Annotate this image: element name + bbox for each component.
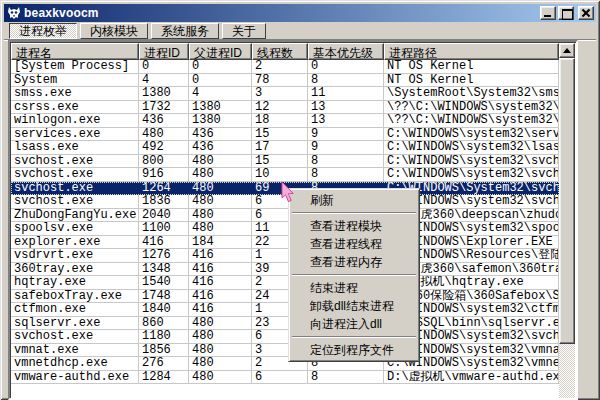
cell-ppid: 1380 [189,114,252,128]
column-header-priority[interactable]: 基本优先级 [308,43,384,60]
cell-pid: 276 [139,357,189,371]
menu-item[interactable]: 查看进程模块 [290,217,418,235]
table-row[interactable]: hqtray.exe154041628D:\虚拟机\hqtray.exe [11,276,559,290]
menu-item[interactable]: 卸载dll结束进程 [290,297,418,315]
cell-ppid: 480 [189,168,252,182]
cell-ppid: 416 [189,263,252,277]
column-header-threads[interactable]: 线程数 [252,43,308,60]
table-row[interactable]: csrss.exe173213801213\??\C:\WINDOWS\syst… [11,101,559,115]
cell-threads: 12 [252,101,308,115]
close-button[interactable] [578,6,594,20]
scroll-up-arrow-icon[interactable] [559,43,575,58]
cell-name: svchost.exe [11,182,139,196]
cell-name: svchost.exe [11,330,139,344]
table-row[interactable]: explorer.exe416184228C:\WINDOWS\Explorer… [11,236,559,250]
menu-item[interactable]: 查看进程内存 [290,253,418,271]
cell-priority: 8 [308,168,384,182]
menu-item[interactable]: 查看进程线程 [290,235,418,253]
cell-pid: 1540 [139,276,189,290]
cell-ppid: 480 [189,371,252,385]
menu-item[interactable]: 结束进程 [290,279,418,297]
cell-pid: 916 [139,168,189,182]
table-row[interactable]: winlogon.exe43613801813\??\C:\WINDOWS\sy… [11,114,559,128]
cell-ppid: 0 [189,74,252,88]
cell-path: C:\WINDOWS\system32\lsass.exe [384,141,559,155]
cell-name: svchost.exe [11,168,139,182]
table-row[interactable]: safeboxTray.exe1748416248C:\360保险箱\360Sa… [11,290,559,304]
table-row[interactable]: svchost.exe916480108C:\WINDOWS\system32\… [11,168,559,182]
window-title: beaxkvoocm [24,6,540,20]
cell-path: C:\WINDOWS\system32\services.exe [384,128,559,142]
cell-ppid: 416 [189,249,252,263]
table-row[interactable]: vsdrvrt.exe127641618C:\WINDOWS\Resources… [11,249,559,263]
table-row[interactable]: [System Process]0020NT OS Kernel [11,60,559,74]
cell-ppid: 480 [189,357,252,371]
cell-threads: 78 [252,74,308,88]
menu-item[interactable]: 向进程注入dll [290,315,418,333]
cell-ppid: 480 [189,317,252,331]
cell-pid: 480 [139,128,189,142]
minimize-button[interactable] [540,6,556,20]
cell-path: C:\WINDOWS\system32\svchost.exe [384,168,559,182]
table-row[interactable]: ZhuDongFangYu.exe204048068C:\奇虎360\deeps… [11,209,559,223]
cell-pid: 1732 [139,101,189,115]
cell-threads: 17 [252,141,308,155]
menu-separator [292,336,416,338]
tab-process-enum[interactable]: 进程枚举 [9,23,77,39]
cell-name: svchost.exe [11,155,139,169]
cell-ppid: 480 [189,155,252,169]
table-row[interactable]: svchost.exe800480158C:\WINDOWS\system32\… [11,155,559,169]
table-row[interactable]: vmnat.exe185648038C:\WINDOWS\system32\vm… [11,344,559,358]
table-row[interactable]: spoolsv.exe1100480118C:\WINDOWS\system32… [11,222,559,236]
column-header-path[interactable]: 进程路径 [384,43,559,60]
tab-about[interactable]: 关于 [222,23,266,39]
column-header-name[interactable]: 进程名 [11,43,139,60]
table-row[interactable]: services.exe480436159C:\WINDOWS\system32… [11,128,559,142]
cell-name: vmnetdhcp.exe [11,357,139,371]
table-row[interactable]: vmware-authd.exe128448068D:\虚拟机\vmware-a… [11,371,559,385]
cell-ppid: 436 [189,141,252,155]
table-row[interactable]: vmnetdhcp.exe27648028C:\WINDOWS\system32… [11,357,559,371]
table-row[interactable]: lsass.exe492436179C:\WINDOWS\system32\ls… [11,141,559,155]
cell-threads: 10 [252,168,308,182]
table-row[interactable]: ctfmon.exe184041618C:\WINDOWS\system32\c… [11,303,559,317]
table-row[interactable]: smss.exe13804311\SystemRoot\System32\sms… [11,87,559,101]
cell-pid: 800 [139,155,189,169]
cell-pid: 1348 [139,263,189,277]
cell-pid: 0 [139,60,189,74]
cell-ppid: 416 [189,290,252,304]
cell-threads: 15 [252,128,308,142]
cell-ppid: 480 [189,182,252,196]
cell-pid: 1748 [139,290,189,304]
table-row[interactable]: svchost.exe118048068C:\WINDOWS\system32\… [11,330,559,344]
cell-path: D:\虚拟机\vmware-authd.exe [384,371,559,385]
cell-name: sqlservr.exe [11,317,139,331]
column-header-pid[interactable]: 进程ID [139,43,189,60]
table-row[interactable]: sqlservr.exe860480238C:\MSSQL\binn\sqlse… [11,317,559,331]
cell-threads: 18 [252,114,308,128]
column-header-ppid[interactable]: 父进程ID [189,43,252,60]
menu-item[interactable]: 刷新 [290,191,418,209]
menu-bar: 进程枚举 内核模块 系统服务 关于 [4,22,596,40]
vertical-scrollbar[interactable] [559,43,575,398]
tab-kernel-modules[interactable]: 内核模块 [80,23,148,39]
cell-pid: 1276 [139,249,189,263]
cell-threads: 6 [252,371,308,385]
maximize-button[interactable] [558,6,574,20]
cell-name: vmnat.exe [11,344,139,358]
cell-ppid: 480 [189,209,252,223]
table-header: 进程名 进程ID 父进程ID 线程数 基本优先级 进程路径 [11,43,559,60]
scrollbar-thumb[interactable] [559,58,575,344]
cell-name: System [11,74,139,88]
cell-pid: 1100 [139,222,189,236]
cell-ppid: 436 [189,128,252,142]
title-bar[interactable]: beaxkvoocm [4,4,596,22]
table-row[interactable]: System40788NT OS Kernel [11,74,559,88]
tab-system-services[interactable]: 系统服务 [151,23,219,39]
cell-name: 360tray.exe [11,263,139,277]
cell-pid: 1180 [139,330,189,344]
cell-ppid: 0 [189,60,252,74]
cell-priority: 9 [308,141,384,155]
menu-item[interactable]: 定位到程序文件 [290,341,418,359]
table-row[interactable]: 360tray.exe1348416398C:\奇虎360\safemon\36… [11,263,559,277]
